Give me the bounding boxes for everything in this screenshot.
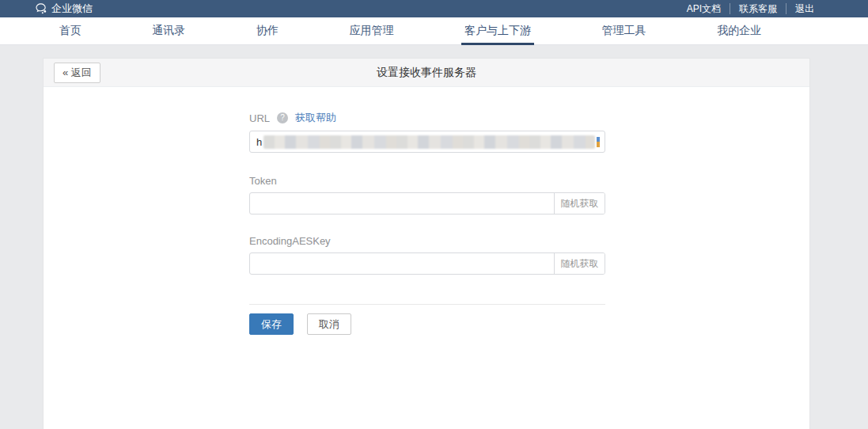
- save-button[interactable]: 保存: [249, 313, 294, 335]
- aeskey-random-generate-button[interactable]: 随机获取: [554, 253, 605, 274]
- nav-item-home[interactable]: 首页: [56, 17, 85, 45]
- nav-item-collaboration[interactable]: 协作: [253, 17, 282, 45]
- main-nav: 首页 通讯录 协作 应用管理 客户与上下游 管理工具 我的企业: [0, 17, 868, 45]
- url-redacted-tail: [597, 137, 600, 147]
- token-label: Token: [249, 175, 277, 187]
- nav-item-admin-tools[interactable]: 管理工具: [599, 17, 650, 45]
- wecom-logo-text: 企业微信: [51, 2, 93, 16]
- back-button[interactable]: « 返回: [54, 63, 100, 83]
- content-panel: « 返回 设置接收事件服务器 URL ? 获取帮助 h To: [44, 59, 809, 429]
- nav-item-my-company[interactable]: 我的企业: [714, 17, 764, 45]
- nav-item-customers-upstream-downstream[interactable]: 客户与上下游: [461, 17, 534, 45]
- url-input[interactable]: h: [249, 131, 605, 153]
- cancel-button[interactable]: 取消: [307, 313, 351, 335]
- logout-link[interactable]: 退出: [786, 3, 814, 14]
- url-field-block: URL ? 获取帮助 h: [249, 111, 605, 153]
- topbar: 企业微信 API文档 联系客服 退出: [0, 0, 868, 17]
- panel-body: URL ? 获取帮助 h Token 随机获取: [44, 87, 809, 335]
- callback-server-form: URL ? 获取帮助 h Token 随机获取: [249, 111, 605, 335]
- token-input[interactable]: [250, 193, 554, 214]
- form-actions: 保存 取消: [249, 313, 605, 335]
- page-title: 设置接收事件服务器: [377, 66, 476, 80]
- url-redacted-value: [263, 135, 595, 149]
- aeskey-input[interactable]: [250, 253, 554, 274]
- wecom-chat-bubble-icon: [36, 3, 47, 14]
- aeskey-label: EncodingAESKey: [249, 235, 331, 247]
- panel-header: « 返回 设置接收事件服务器: [44, 59, 809, 87]
- nav-item-contacts[interactable]: 通讯录: [149, 17, 188, 45]
- wecom-logo[interactable]: 企业微信: [36, 2, 93, 16]
- contact-support-link[interactable]: 联系客服: [730, 3, 786, 14]
- topbar-links: API文档 联系客服 退出: [678, 3, 814, 14]
- url-value-prefix: h: [256, 136, 262, 148]
- nav-item-app-management[interactable]: 应用管理: [346, 17, 396, 45]
- aeskey-field-block: EncodingAESKey 随机获取: [249, 235, 605, 275]
- token-field-block: Token 随机获取: [249, 175, 605, 214]
- url-label: URL: [249, 112, 270, 124]
- question-circle-icon[interactable]: ?: [277, 112, 288, 123]
- form-divider: [249, 304, 605, 305]
- get-help-link[interactable]: 获取帮助: [295, 111, 336, 125]
- token-random-generate-button[interactable]: 随机获取: [554, 193, 605, 214]
- api-docs-link[interactable]: API文档: [678, 3, 730, 14]
